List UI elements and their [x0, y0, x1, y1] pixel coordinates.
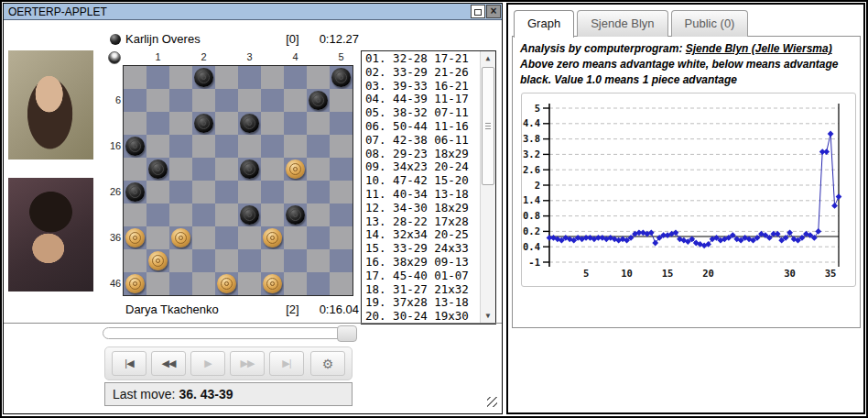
analysis-link[interactable]: Sjende Blyn (Jelle Wiersma)	[686, 42, 832, 55]
move-slider-handle[interactable]	[337, 325, 357, 342]
board-square-18[interactable]	[215, 135, 238, 158]
move-row[interactable]: 18. 31-27 21x32	[365, 283, 495, 297]
move-row[interactable]: 12. 34-30 18x29	[365, 202, 495, 215]
board-square-20[interactable]	[307, 135, 330, 158]
move-slider-track[interactable]	[103, 327, 357, 339]
title-bar[interactable]: OERTERP-APPLET ×	[4, 4, 502, 20]
board-square-38[interactable]	[215, 226, 238, 249]
black-piece[interactable]	[331, 68, 351, 87]
board-square-6[interactable]	[124, 89, 146, 112]
board-square-49[interactable]	[261, 272, 284, 295]
board-square-50[interactable]	[307, 272, 330, 295]
white-piece[interactable]	[125, 228, 145, 248]
black-piece[interactable]	[240, 205, 259, 225]
board-square-43[interactable]	[238, 249, 261, 272]
white-piece[interactable]	[217, 274, 236, 293]
board-square-44[interactable]	[284, 249, 307, 272]
board-square-5[interactable]	[330, 66, 353, 89]
white-piece[interactable]	[286, 160, 305, 179]
scroll-down-icon[interactable]: ▼	[481, 309, 495, 324]
board-square-24[interactable]	[284, 158, 307, 181]
board-square-26[interactable]	[124, 181, 146, 204]
white-piece[interactable]	[263, 274, 282, 293]
move-row[interactable]: 10. 47-42 15-20	[365, 174, 495, 188]
black-piece[interactable]	[309, 91, 328, 110]
move-row[interactable]: 06. 50-44 11-16	[365, 120, 495, 134]
board-square-1[interactable]	[146, 66, 169, 89]
restore-button[interactable]	[471, 5, 485, 18]
board-square-8[interactable]	[215, 89, 238, 112]
board-square-21[interactable]	[146, 158, 169, 181]
board-square-37[interactable]	[169, 226, 192, 249]
board-square-34[interactable]	[284, 204, 307, 226]
tab-graph[interactable]: Graph	[514, 10, 574, 38]
move-row[interactable]: 20. 30-24 19x30	[365, 310, 495, 324]
white-piece[interactable]	[171, 228, 190, 248]
tab-sjende-blyn[interactable]: Sjende Blyn	[577, 10, 667, 37]
board-square-9[interactable]	[261, 89, 284, 112]
board-square-13[interactable]	[238, 112, 261, 135]
move-row[interactable]: 17. 45-40 01-07	[365, 270, 495, 283]
move-row[interactable]: 05. 38-32 07-11	[365, 106, 495, 120]
white-piece[interactable]	[125, 274, 145, 293]
black-piece[interactable]	[148, 160, 168, 179]
board-square-31[interactable]	[146, 204, 169, 226]
board-square-14[interactable]	[284, 112, 307, 135]
board-square-17[interactable]	[169, 135, 192, 158]
black-piece[interactable]	[125, 137, 145, 156]
scrollbar-thumb[interactable]	[482, 67, 494, 185]
board-square-40[interactable]	[307, 226, 330, 249]
board-square-47[interactable]	[169, 272, 192, 295]
step-forward-button[interactable]: ▶▶	[230, 351, 265, 376]
move-row[interactable]: 14. 32x34 20-25	[365, 228, 495, 242]
resize-grip-icon[interactable]	[487, 397, 497, 407]
board-square-10[interactable]	[307, 89, 330, 112]
board-square-36[interactable]	[124, 226, 146, 249]
move-row[interactable]: 15. 33-29 24x33	[365, 242, 495, 256]
move-row[interactable]: 11. 40-34 13-18	[365, 188, 495, 202]
board-square-11[interactable]	[146, 112, 169, 135]
scroll-up-icon[interactable]: ▲	[481, 51, 495, 66]
board-square-29[interactable]	[261, 181, 284, 204]
tab-public-0[interactable]: Public (0)	[671, 10, 749, 37]
board-square-3[interactable]	[238, 66, 261, 89]
board-square-27[interactable]	[169, 181, 192, 204]
step-back-button[interactable]: ◀◀	[151, 351, 186, 376]
board-square-48[interactable]	[215, 272, 238, 295]
white-piece[interactable]	[263, 228, 282, 248]
board-square-25[interactable]	[330, 158, 353, 181]
board-square-28[interactable]	[215, 181, 238, 204]
move-row[interactable]: 07. 42-38 06-11	[365, 134, 495, 148]
black-piece[interactable]	[286, 205, 305, 225]
black-piece[interactable]	[194, 68, 213, 87]
close-button[interactable]: ×	[486, 5, 501, 18]
board-square-30[interactable]	[307, 181, 330, 204]
move-row[interactable]: 13. 28-22 17x28	[365, 215, 495, 229]
board-square-41[interactable]	[146, 249, 169, 272]
board-square-7[interactable]	[169, 89, 192, 112]
board-square-23[interactable]	[238, 158, 261, 181]
board-square-12[interactable]	[192, 112, 215, 135]
move-row[interactable]: 04. 44-39 11-17	[365, 93, 495, 106]
move-row[interactable]: 03. 39-33 16-21	[365, 80, 495, 94]
board-square-15[interactable]	[330, 112, 353, 135]
board-square-35[interactable]	[330, 204, 353, 226]
black-piece[interactable]	[240, 114, 259, 133]
go-first-button[interactable]: |◀	[112, 351, 146, 376]
board-square-33[interactable]	[238, 204, 261, 226]
play-button[interactable]: ▶	[190, 351, 225, 376]
move-row[interactable]: 08. 29-23 18x29	[365, 148, 495, 161]
board-square-32[interactable]	[192, 204, 215, 226]
board-square-2[interactable]	[192, 66, 215, 89]
board-square-22[interactable]	[192, 158, 215, 181]
move-row[interactable]: 02. 33-29 21-26	[365, 66, 495, 80]
move-row[interactable]: 19. 37x28 13-18	[365, 296, 495, 310]
board-square-45[interactable]	[330, 249, 353, 272]
move-list-scrollbar[interactable]: ▲ ▼	[480, 51, 495, 324]
black-piece[interactable]	[240, 160, 259, 179]
black-piece[interactable]	[125, 182, 145, 202]
board-square-16[interactable]	[124, 135, 146, 158]
board-square-19[interactable]	[261, 135, 284, 158]
move-row[interactable]: 01. 32-28 17-21	[365, 52, 495, 66]
move-row[interactable]: 16. 38x29 09-13	[365, 256, 495, 270]
